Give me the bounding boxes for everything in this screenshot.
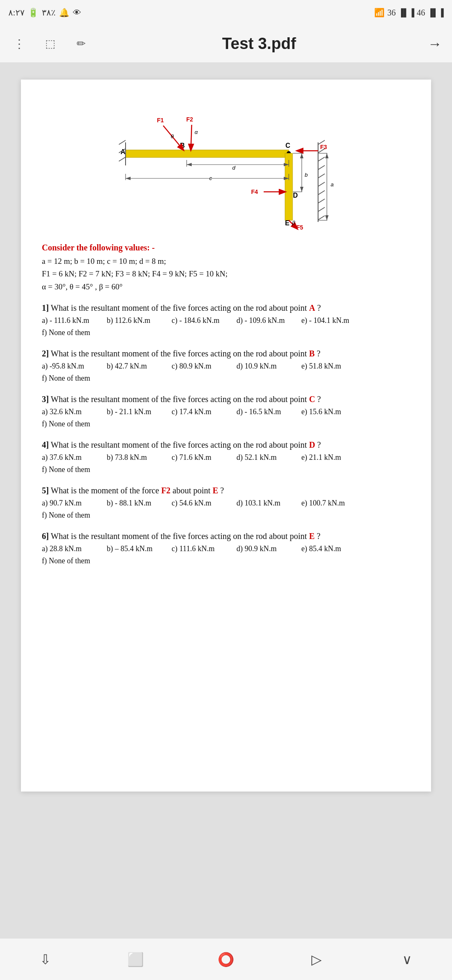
question-1-text: 1] What is the resultant moment of the f… bbox=[42, 303, 410, 313]
values-line1: a = 12 m; b = 10 m; c = 10 m; d = 8 m; bbox=[42, 255, 410, 268]
q4-opt-c: c) 71.6 kN.m bbox=[172, 453, 236, 462]
q3-opt-e: e) 15.6 kN.m bbox=[301, 407, 366, 416]
q2-opt-f: f) None of them bbox=[42, 374, 109, 383]
circle-icon: ⭕ bbox=[218, 952, 234, 967]
q4-opt-d: d) 52.1 kN.m bbox=[236, 453, 301, 462]
bottom-nav: ⇩ ⬜ ⭕ ▷ ∨ bbox=[0, 938, 452, 980]
chevron-down-icon: ∨ bbox=[402, 952, 412, 967]
play-icon: ▷ bbox=[311, 952, 322, 967]
q2-body: What is the resultant moment of the five… bbox=[51, 349, 309, 358]
q1-opt-e: e) - 104.1 kN.m bbox=[301, 316, 366, 325]
values-line3: α = 30°, θ = 45° , β = 60° bbox=[42, 281, 410, 293]
download-icon: ⇩ bbox=[40, 952, 51, 967]
q6-body: What is the resultant moment of the five… bbox=[51, 531, 309, 541]
q1-opt-f: f) None of them bbox=[42, 328, 109, 337]
svg-rect-0 bbox=[109, 96, 343, 230]
q6-opt-a: a) 28.8 kN.m bbox=[42, 544, 107, 553]
q1-options: a) - 111.6 kN.m b) 112.6 kN.m c) - 184.6… bbox=[42, 316, 410, 337]
q6-opt-c: c) 111.6 kN.m bbox=[172, 544, 236, 553]
svg-text:C: C bbox=[285, 142, 290, 149]
q5-force: F2 bbox=[161, 486, 170, 495]
question-6: 6] What is the resultant moment of the f… bbox=[42, 531, 410, 565]
pdf-document: A B C D E bbox=[21, 80, 431, 792]
question-6-text: 6] What is the resultant moment of the f… bbox=[42, 531, 410, 541]
q1-qmark: ? bbox=[317, 303, 321, 312]
signal-3g: 36 bbox=[387, 8, 396, 18]
edit-button[interactable]: ✏ bbox=[72, 35, 90, 53]
signal-bars-2: ▐▌▐ bbox=[428, 8, 444, 17]
main-content: A B C D E bbox=[0, 63, 452, 808]
forward-button[interactable]: → bbox=[428, 36, 442, 52]
q5-opt-e: e) 100.7 kN.m bbox=[301, 499, 366, 508]
q4-opt-f: f) None of them bbox=[42, 465, 109, 474]
q3-point: C bbox=[309, 395, 315, 404]
svg-text:θ: θ bbox=[171, 133, 174, 139]
eye-icon: 👁 bbox=[73, 8, 81, 18]
svg-text:F2: F2 bbox=[186, 116, 193, 123]
svg-text:F3: F3 bbox=[320, 144, 327, 150]
q5-number: 5] bbox=[42, 486, 49, 495]
chevron-button[interactable]: ∨ bbox=[392, 945, 421, 974]
q2-opt-c: c) 80.9 kN.m bbox=[172, 362, 236, 371]
q4-body: What is the resultant moment of the five… bbox=[51, 440, 309, 449]
question-2-text: 2] What is the resultant moment of the f… bbox=[42, 349, 410, 358]
values-section: Consider the following values: - a = 12 … bbox=[42, 243, 410, 293]
alarm-icon: 🔔 bbox=[59, 8, 69, 18]
svg-text:a: a bbox=[331, 181, 334, 188]
question-1: 1] What is the resultant moment of the f… bbox=[42, 303, 410, 337]
q5-opt-a: a) 90.7 kN.m bbox=[42, 499, 107, 508]
svg-text:d: d bbox=[232, 165, 236, 171]
svg-text:b: b bbox=[305, 172, 308, 178]
force-diagram: A B C D E bbox=[109, 96, 343, 230]
time-display: ٨:٢٧ bbox=[8, 8, 25, 18]
q1-opt-b: b) 112.6 kN.m bbox=[107, 316, 172, 325]
signal-bars-1: ▐▌▐ bbox=[398, 8, 414, 17]
q6-opt-f: f) None of them bbox=[42, 557, 109, 565]
question-5-text: 5] What is the moment of the force F2 ab… bbox=[42, 486, 410, 495]
q6-qmark: ? bbox=[317, 531, 321, 541]
q3-opt-b: b) - 21.1 kN.m bbox=[107, 407, 172, 416]
dots-icon: ⋮ bbox=[13, 37, 25, 51]
play-button[interactable]: ▷ bbox=[302, 945, 331, 974]
menu-button[interactable]: ⋮ bbox=[10, 35, 28, 53]
download-button[interactable]: ⇩ bbox=[31, 945, 60, 974]
question-3: 3] What is the resultant moment of the f… bbox=[42, 395, 410, 428]
question-4: 4] What is the resultant moment of the f… bbox=[42, 440, 410, 474]
values-title: Consider the following values: - bbox=[42, 243, 410, 253]
q2-point: B bbox=[309, 349, 314, 358]
q5-body: What is the moment of the force bbox=[51, 486, 161, 495]
svg-rect-2 bbox=[126, 150, 289, 157]
q1-number: 1] bbox=[42, 303, 49, 312]
share-button[interactable]: ⬚ bbox=[41, 35, 59, 53]
q6-options: a) 28.8 kN.m b) – 85.4 kN.m c) 111.6 kN.… bbox=[42, 544, 410, 565]
q5-opt-d: d) 103.1 kN.m bbox=[236, 499, 301, 508]
diagram-container: A B C D E bbox=[42, 96, 410, 230]
square-button[interactable]: ⬜ bbox=[121, 945, 150, 974]
q5-body2: about point bbox=[172, 486, 213, 495]
q3-opt-c: c) 17.4 kN.m bbox=[172, 407, 236, 416]
q1-opt-c: c) - 184.6 kN.m bbox=[172, 316, 236, 325]
svg-text:F4: F4 bbox=[251, 188, 258, 195]
q4-opt-b: b) 73.8 kN.m bbox=[107, 453, 172, 462]
svg-text:F1: F1 bbox=[157, 117, 164, 124]
q6-opt-d: d) 90.9 kN.m bbox=[236, 544, 301, 553]
q2-opt-d: d) 10.9 kN.m bbox=[236, 362, 301, 371]
q5-opt-f: f) None of them bbox=[42, 511, 109, 520]
q3-opt-f: f) None of them bbox=[42, 420, 109, 428]
q2-qmark: ? bbox=[317, 349, 321, 358]
q1-opt-d: d) - 109.6 kN.m bbox=[236, 316, 301, 325]
status-bar: ٨:٢٧ 🔋 ٣٨٪ 🔔 👁 📶 36 ▐▌▐ 46 ▐▌▐ bbox=[0, 0, 452, 25]
q5-options: a) 90.7 kN.m b) - 88.1 kN.m c) 54.6 kN.m… bbox=[42, 499, 410, 520]
q2-opt-b: b) 42.7 kN.m bbox=[107, 362, 172, 371]
q2-opt-e: e) 51.8 kN.m bbox=[301, 362, 366, 371]
q5-opt-c: c) 54.6 kN.m bbox=[172, 499, 236, 508]
question-2: 2] What is the resultant moment of the f… bbox=[42, 349, 410, 383]
q6-opt-e: e) 85.4 kN.m bbox=[301, 544, 366, 553]
q3-body: What is the resultant moment of the five… bbox=[51, 395, 309, 404]
q4-qmark: ? bbox=[317, 440, 321, 449]
q6-point: E bbox=[309, 531, 314, 541]
home-button[interactable]: ⭕ bbox=[211, 945, 241, 974]
status-right: 📶 36 ▐▌▐ 46 ▐▌▐ bbox=[374, 8, 444, 18]
square-icon: ⬜ bbox=[127, 952, 144, 967]
q4-opt-a: a) 37.6 kN.m bbox=[42, 453, 107, 462]
